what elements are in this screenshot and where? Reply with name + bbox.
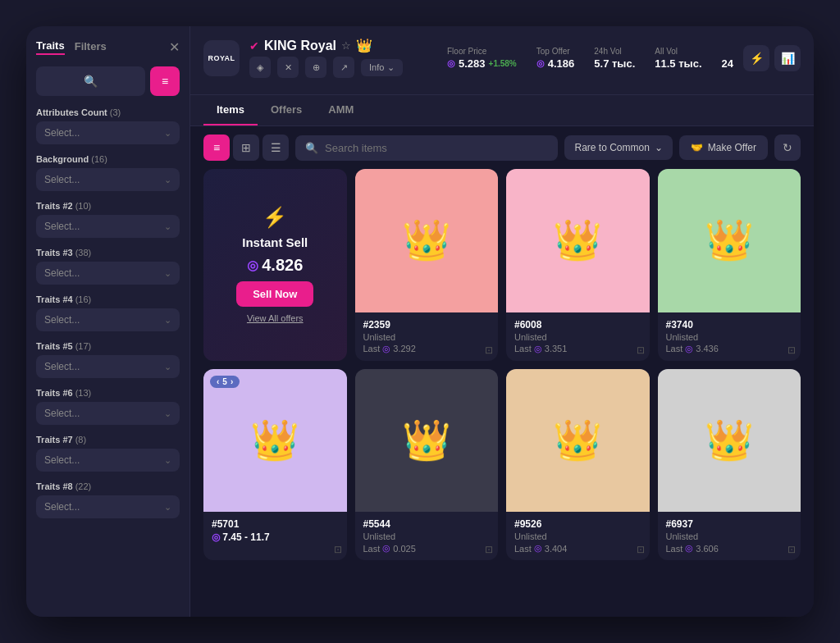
crown-icon: 👑 bbox=[356, 38, 372, 53]
chevron-down-icon: ⌄ bbox=[164, 502, 171, 513]
filter-group-traits-#2: Traits #2 (10) Select... ⌄ bbox=[36, 201, 180, 238]
tab-amm[interactable]: AMM bbox=[315, 95, 367, 125]
nft-last-price: Last ◎ 3.292 bbox=[363, 344, 491, 354]
nft-last-price: Last ◎ 3.606 bbox=[666, 543, 793, 554]
nft-last-price: Last ◎ 0.025 bbox=[363, 543, 491, 554]
tab-items[interactable]: Items bbox=[203, 95, 258, 125]
make-offer-button[interactable]: 🤝 Make Offer bbox=[679, 135, 768, 160]
view-filter-button[interactable]: ≡ bbox=[203, 135, 230, 161]
view-grid-large-button[interactable]: ⊞ bbox=[233, 135, 259, 161]
sidebar-tab-traits[interactable]: Traits bbox=[36, 39, 65, 55]
filter-select-traits#8[interactable]: Select... ⌄ bbox=[36, 495, 180, 518]
share-icon[interactable]: ↗ bbox=[333, 57, 354, 78]
sidebar-search-button[interactable]: 🔍 bbox=[36, 66, 145, 96]
filter-count: (38) bbox=[75, 248, 92, 258]
sidebar-header: Traits Filters ✕ bbox=[36, 39, 180, 55]
filter-group-traits-#5: Traits #5 (17) Select... ⌄ bbox=[36, 341, 180, 378]
view-all-offers-link[interactable]: View All offers bbox=[247, 313, 304, 323]
filter-select-traits#2[interactable]: Select... ⌄ bbox=[36, 215, 180, 238]
search-bar: 🔍 bbox=[295, 135, 558, 161]
filter-group-attributes-count: Attributes Count (3) Select... ⌄ bbox=[36, 107, 180, 144]
refresh-icon: ↻ bbox=[783, 141, 792, 154]
nft-status: Unlisted bbox=[363, 531, 491, 541]
tabs-row: Items Offers AMM bbox=[190, 95, 814, 126]
filter-count: (10) bbox=[75, 201, 92, 211]
nft-id: #6937 bbox=[666, 518, 793, 530]
nft-image: 👑 bbox=[506, 169, 650, 312]
star-icon[interactable]: ☆ bbox=[341, 39, 351, 52]
search-input[interactable] bbox=[325, 142, 548, 154]
sort-button[interactable]: Rare to Common ⌄ bbox=[564, 135, 672, 160]
scan-icon: ⊡ bbox=[334, 544, 342, 555]
nft-image: 👑 bbox=[658, 169, 801, 312]
refresh-button[interactable]: ↻ bbox=[774, 135, 801, 161]
nft-image: ‹ 5 › 👑 bbox=[203, 369, 347, 513]
nft-status: Unlisted bbox=[514, 332, 641, 342]
nft-card-6008[interactable]: 👑 #6008 Unlisted Last ◎ 3.351 ⊡ bbox=[506, 169, 650, 361]
list-icon: ≡ bbox=[162, 75, 168, 88]
twitter-icon[interactable]: ✕ bbox=[277, 57, 299, 78]
filter-select-traits#5[interactable]: Select... ⌄ bbox=[36, 355, 180, 378]
chevron-down-icon: ⌄ bbox=[164, 362, 171, 372]
view-buttons: ≡ ⊞ ☰ bbox=[203, 135, 289, 161]
filter-select-attributescount[interactable]: Select... ⌄ bbox=[36, 121, 180, 144]
nft-last-price: Last ◎ 3.436 bbox=[666, 344, 793, 354]
sidebar-tab-filters[interactable]: Filters bbox=[75, 40, 107, 54]
filters-container: Attributes Count (3) Select... ⌄ Backgro… bbox=[36, 107, 180, 528]
search-icon-toolbar: 🔍 bbox=[305, 142, 318, 154]
nft-id: #6008 bbox=[514, 319, 641, 331]
nft-info: #9526 Unlisted Last ◎ 3.404 ⊡ bbox=[506, 512, 650, 560]
chevron-down-icon: ⌄ bbox=[164, 221, 171, 232]
right-icons: ⚡ 📊 bbox=[743, 45, 801, 71]
scan-icon: ⊡ bbox=[485, 544, 493, 555]
chart-button[interactable]: 📊 bbox=[774, 45, 801, 71]
nft-id: #9526 bbox=[514, 518, 641, 530]
filter-group-traits-#8: Traits #8 (22) Select... ⌄ bbox=[36, 481, 180, 518]
filter-select-background[interactable]: Select... ⌄ bbox=[36, 168, 180, 191]
nft-card-3740[interactable]: 👑 #3740 Unlisted Last ◎ 3.436 ⊡ bbox=[658, 169, 801, 361]
nft-card-2359[interactable]: 👑 #2359 Unlisted Last ◎ 3.292 ⊡ bbox=[355, 169, 499, 361]
view-list-button[interactable]: ☰ bbox=[262, 135, 289, 161]
filter-select-traits#3[interactable]: Select... ⌄ bbox=[36, 262, 180, 285]
stat-floor-price: Floor Price ◎ 5.283 +1.58% bbox=[447, 47, 517, 70]
nft-avatar: 👑 bbox=[506, 369, 650, 513]
nft-id: #2359 bbox=[363, 319, 491, 331]
sol-icon-sell: ◎ bbox=[247, 258, 258, 273]
items-grid: ⚡ Instant Sell ◎ 4.826 Sell Now View All… bbox=[190, 169, 814, 617]
sidebar-list-button[interactable]: ≡ bbox=[150, 66, 180, 96]
collection-name: KING Royal bbox=[264, 39, 336, 53]
filter-count: (13) bbox=[75, 388, 92, 398]
handshake-icon: 🤝 bbox=[691, 142, 703, 153]
sidebar: Traits Filters ✕ 🔍 ≡ Attributes Count (3… bbox=[26, 26, 190, 617]
globe-icon[interactable]: ⊕ bbox=[305, 57, 326, 78]
chevron-down-icon: ⌄ bbox=[164, 268, 171, 279]
filter-group-traits-#4: Traits #4 (16) Select... ⌄ bbox=[36, 294, 180, 331]
sell-now-button[interactable]: Sell Now bbox=[236, 281, 313, 307]
discord-icon[interactable]: ◈ bbox=[249, 57, 271, 78]
search-icon: 🔍 bbox=[84, 75, 98, 88]
nft-card-9526[interactable]: 👑 #9526 Unlisted Last ◎ 3.404 ⊡ bbox=[506, 369, 650, 561]
nft-card-5544[interactable]: 👑 #5544 Unlisted Last ◎ 0.025 ⊡ bbox=[355, 369, 499, 561]
collection-logo: ROYAL bbox=[203, 40, 240, 76]
sol-icon-floor: ◎ bbox=[447, 58, 455, 69]
close-sidebar-button[interactable]: ✕ bbox=[169, 39, 180, 55]
nft-info: #6937 Unlisted Last ◎ 3.606 ⊡ bbox=[658, 512, 801, 560]
info-button[interactable]: Info ⌄ bbox=[361, 59, 403, 76]
filter-group-traits-#3: Traits #3 (38) Select... ⌄ bbox=[36, 248, 180, 285]
filter-select-traits#6[interactable]: Select... ⌄ bbox=[36, 402, 180, 425]
collection-stats: Floor Price ◎ 5.283 +1.58% Top Offer ◎ 4… bbox=[447, 47, 733, 70]
nft-id: #5701 bbox=[212, 518, 339, 530]
filter-select-traits#4[interactable]: Select... ⌄ bbox=[36, 308, 180, 331]
nft-card-6937[interactable]: 👑 #6937 Unlisted Last ◎ 3.606 ⊡ bbox=[658, 369, 801, 561]
lightning-icon: ⚡ bbox=[262, 206, 287, 229]
filter-group-traits-#7: Traits #7 (8) Select... ⌄ bbox=[36, 435, 180, 472]
nft-id: #3740 bbox=[666, 319, 793, 331]
sort-label: Rare to Common bbox=[574, 142, 649, 153]
nft-card-5701[interactable]: ‹ 5 › 👑 #5701 ◎ 7.45 - 11.7 ⊡ bbox=[203, 369, 347, 561]
nft-price: ◎ 7.45 - 11.7 bbox=[212, 531, 339, 543]
filter-select-traits#7[interactable]: Select... ⌄ bbox=[36, 449, 180, 472]
tab-offers[interactable]: Offers bbox=[258, 95, 315, 125]
nft-avatar: 👑 bbox=[355, 169, 499, 312]
collection-name-row: ✔ KING Royal ☆ 👑 bbox=[249, 38, 437, 53]
activity-button[interactable]: ⚡ bbox=[743, 45, 769, 71]
